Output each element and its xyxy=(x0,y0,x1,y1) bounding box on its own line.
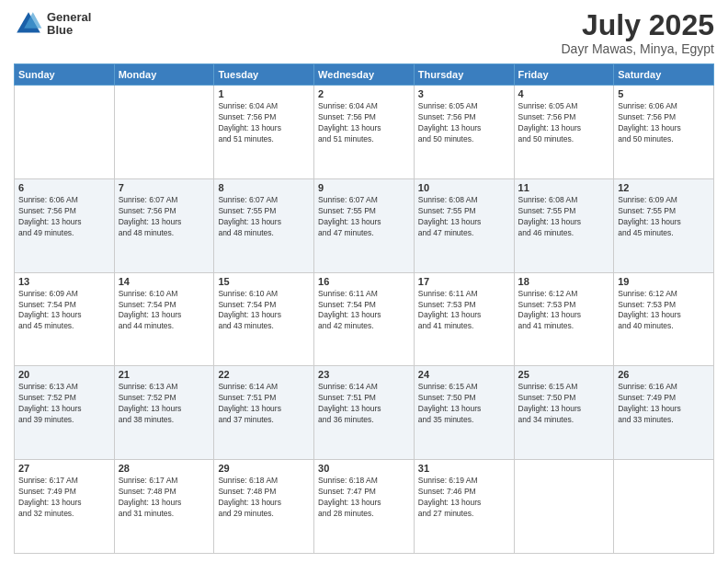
day-info: Sunrise: 6:09 AM Sunset: 7:55 PM Dayligh… xyxy=(618,195,710,239)
day-number: 27 xyxy=(18,463,110,474)
day-number: 13 xyxy=(18,276,110,287)
calendar-cell: 4Sunrise: 6:05 AM Sunset: 7:56 PM Daylig… xyxy=(514,86,614,179)
week-row-5: 27Sunrise: 6:17 AM Sunset: 7:49 PM Dayli… xyxy=(15,460,714,554)
day-number: 1 xyxy=(218,88,310,99)
week-row-3: 13Sunrise: 6:09 AM Sunset: 7:54 PM Dayli… xyxy=(15,272,714,366)
calendar-cell: 14Sunrise: 6:10 AM Sunset: 7:54 PM Dayli… xyxy=(114,272,214,366)
calendar-cell: 13Sunrise: 6:09 AM Sunset: 7:54 PM Dayli… xyxy=(15,272,115,366)
day-number: 8 xyxy=(218,182,310,193)
day-info: Sunrise: 6:05 AM Sunset: 7:56 PM Dayligh… xyxy=(418,101,510,145)
day-number: 21 xyxy=(119,369,210,380)
calendar-cell: 7Sunrise: 6:07 AM Sunset: 7:56 PM Daylig… xyxy=(114,178,214,272)
day-number: 14 xyxy=(119,276,210,287)
day-info: Sunrise: 6:07 AM Sunset: 7:55 PM Dayligh… xyxy=(218,195,310,239)
day-number: 5 xyxy=(618,88,710,99)
day-number: 20 xyxy=(18,369,110,380)
day-number: 24 xyxy=(418,369,510,380)
calendar-cell: 8Sunrise: 6:07 AM Sunset: 7:55 PM Daylig… xyxy=(214,178,314,272)
calendar-cell: 9Sunrise: 6:07 AM Sunset: 7:55 PM Daylig… xyxy=(314,178,415,272)
calendar-cell: 23Sunrise: 6:14 AM Sunset: 7:51 PM Dayli… xyxy=(314,366,415,460)
day-number: 19 xyxy=(618,276,710,287)
calendar-cell: 15Sunrise: 6:10 AM Sunset: 7:54 PM Dayli… xyxy=(214,272,314,366)
day-info: Sunrise: 6:13 AM Sunset: 7:52 PM Dayligh… xyxy=(119,382,210,426)
location-title: Dayr Mawas, Minya, Egypt xyxy=(562,41,715,56)
calendar-table: SundayMondayTuesdayWednesdayThursdayFrid… xyxy=(14,63,714,554)
day-number: 18 xyxy=(518,276,610,287)
day-info: Sunrise: 6:18 AM Sunset: 7:47 PM Dayligh… xyxy=(318,476,410,520)
day-info: Sunrise: 6:06 AM Sunset: 7:56 PM Dayligh… xyxy=(18,195,110,239)
day-info: Sunrise: 6:12 AM Sunset: 7:53 PM Dayligh… xyxy=(518,289,610,333)
week-row-2: 6Sunrise: 6:06 AM Sunset: 7:56 PM Daylig… xyxy=(15,178,714,272)
day-number: 30 xyxy=(318,463,410,474)
day-info: Sunrise: 6:07 AM Sunset: 7:55 PM Dayligh… xyxy=(318,195,410,239)
calendar-cell: 31Sunrise: 6:19 AM Sunset: 7:46 PM Dayli… xyxy=(414,460,514,554)
day-info: Sunrise: 6:17 AM Sunset: 7:48 PM Dayligh… xyxy=(119,476,210,520)
calendar-cell xyxy=(514,460,614,554)
calendar-cell: 6Sunrise: 6:06 AM Sunset: 7:56 PM Daylig… xyxy=(15,178,115,272)
calendar-cell: 19Sunrise: 6:12 AM Sunset: 7:53 PM Dayli… xyxy=(614,272,714,366)
day-number: 29 xyxy=(218,463,310,474)
month-title: July 2025 xyxy=(562,9,715,41)
day-info: Sunrise: 6:10 AM Sunset: 7:54 PM Dayligh… xyxy=(119,289,210,333)
day-number: 25 xyxy=(518,369,610,380)
calendar-cell: 30Sunrise: 6:18 AM Sunset: 7:47 PM Dayli… xyxy=(314,460,415,554)
day-info: Sunrise: 6:06 AM Sunset: 7:56 PM Dayligh… xyxy=(618,101,710,145)
calendar-cell: 28Sunrise: 6:17 AM Sunset: 7:48 PM Dayli… xyxy=(114,460,214,554)
calendar-cell: 24Sunrise: 6:15 AM Sunset: 7:50 PM Dayli… xyxy=(414,366,514,460)
day-number: 12 xyxy=(618,182,710,193)
calendar-cell: 1Sunrise: 6:04 AM Sunset: 7:56 PM Daylig… xyxy=(214,86,314,179)
day-info: Sunrise: 6:14 AM Sunset: 7:51 PM Dayligh… xyxy=(318,382,410,426)
logo-icon xyxy=(14,9,43,39)
calendar-cell: 3Sunrise: 6:05 AM Sunset: 7:56 PM Daylig… xyxy=(414,86,514,179)
calendar-cell: 11Sunrise: 6:08 AM Sunset: 7:55 PM Dayli… xyxy=(514,178,614,272)
day-number: 16 xyxy=(318,276,410,287)
calendar-cell: 16Sunrise: 6:11 AM Sunset: 7:54 PM Dayli… xyxy=(314,272,415,366)
day-info: Sunrise: 6:15 AM Sunset: 7:50 PM Dayligh… xyxy=(518,382,610,426)
calendar-cell: 26Sunrise: 6:16 AM Sunset: 7:49 PM Dayli… xyxy=(614,366,714,460)
calendar-cell: 27Sunrise: 6:17 AM Sunset: 7:49 PM Dayli… xyxy=(15,460,115,554)
day-number: 26 xyxy=(618,369,710,380)
header: General Blue July 2025 Dayr Mawas, Minya… xyxy=(14,9,714,56)
day-number: 28 xyxy=(119,463,210,474)
day-info: Sunrise: 6:11 AM Sunset: 7:54 PM Dayligh… xyxy=(318,289,410,333)
day-info: Sunrise: 6:14 AM Sunset: 7:51 PM Dayligh… xyxy=(218,382,310,426)
calendar-cell: 25Sunrise: 6:15 AM Sunset: 7:50 PM Dayli… xyxy=(514,366,614,460)
calendar-cell: 5Sunrise: 6:06 AM Sunset: 7:56 PM Daylig… xyxy=(614,86,714,179)
calendar-cell xyxy=(114,86,214,179)
day-info: Sunrise: 6:16 AM Sunset: 7:49 PM Dayligh… xyxy=(618,382,710,426)
col-header-monday: Monday xyxy=(114,64,214,86)
col-header-wednesday: Wednesday xyxy=(314,64,415,86)
day-number: 7 xyxy=(119,182,210,193)
day-number: 6 xyxy=(18,182,110,193)
day-info: Sunrise: 6:07 AM Sunset: 7:56 PM Dayligh… xyxy=(119,195,210,239)
day-info: Sunrise: 6:04 AM Sunset: 7:56 PM Dayligh… xyxy=(218,101,310,145)
day-info: Sunrise: 6:04 AM Sunset: 7:56 PM Dayligh… xyxy=(318,101,410,145)
col-header-thursday: Thursday xyxy=(414,64,514,86)
calendar-cell: 2Sunrise: 6:04 AM Sunset: 7:56 PM Daylig… xyxy=(314,86,415,179)
day-info: Sunrise: 6:09 AM Sunset: 7:54 PM Dayligh… xyxy=(18,289,110,333)
week-row-1: 1Sunrise: 6:04 AM Sunset: 7:56 PM Daylig… xyxy=(15,86,714,179)
col-header-tuesday: Tuesday xyxy=(214,64,314,86)
calendar-cell: 29Sunrise: 6:18 AM Sunset: 7:48 PM Dayli… xyxy=(214,460,314,554)
day-info: Sunrise: 6:12 AM Sunset: 7:53 PM Dayligh… xyxy=(618,289,710,333)
calendar-cell xyxy=(15,86,115,179)
calendar-cell: 17Sunrise: 6:11 AM Sunset: 7:53 PM Dayli… xyxy=(414,272,514,366)
calendar-cell: 22Sunrise: 6:14 AM Sunset: 7:51 PM Dayli… xyxy=(214,366,314,460)
calendar-cell: 10Sunrise: 6:08 AM Sunset: 7:55 PM Dayli… xyxy=(414,178,514,272)
day-number: 31 xyxy=(418,463,510,474)
day-number: 10 xyxy=(418,182,510,193)
day-number: 9 xyxy=(318,182,410,193)
day-number: 3 xyxy=(418,88,510,99)
title-section: July 2025 Dayr Mawas, Minya, Egypt xyxy=(562,9,715,56)
day-info: Sunrise: 6:19 AM Sunset: 7:46 PM Dayligh… xyxy=(418,476,510,520)
calendar-cell: 21Sunrise: 6:13 AM Sunset: 7:52 PM Dayli… xyxy=(114,366,214,460)
day-number: 23 xyxy=(318,369,410,380)
day-info: Sunrise: 6:18 AM Sunset: 7:48 PM Dayligh… xyxy=(218,476,310,520)
day-info: Sunrise: 6:15 AM Sunset: 7:50 PM Dayligh… xyxy=(418,382,510,426)
page: General Blue July 2025 Dayr Mawas, Minya… xyxy=(0,0,728,563)
day-info: Sunrise: 6:05 AM Sunset: 7:56 PM Dayligh… xyxy=(518,101,610,145)
calendar-cell: 20Sunrise: 6:13 AM Sunset: 7:52 PM Dayli… xyxy=(15,366,115,460)
col-header-sunday: Sunday xyxy=(15,64,115,86)
day-number: 11 xyxy=(518,182,610,193)
week-row-4: 20Sunrise: 6:13 AM Sunset: 7:52 PM Dayli… xyxy=(15,366,714,460)
